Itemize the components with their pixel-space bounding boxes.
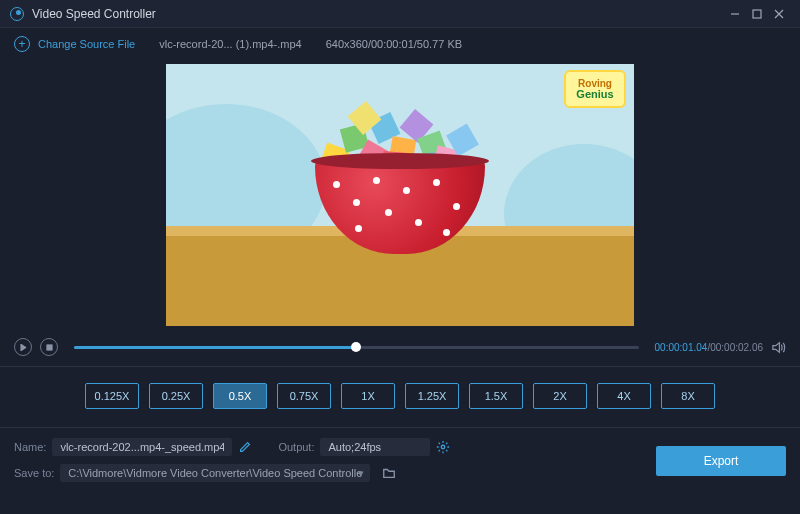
gear-icon[interactable] xyxy=(436,440,450,454)
time-current: 00:00:01.04 xyxy=(655,342,708,353)
export-button[interactable]: Export xyxy=(656,446,786,476)
source-file-name: vlc-record-20... (1).mp4-.mp4 xyxy=(159,38,301,50)
speed-option-1X[interactable]: 1X xyxy=(341,383,395,409)
speed-option-0_75X[interactable]: 0.75X xyxy=(277,383,331,409)
titlebar: Video Speed Controller xyxy=(0,0,800,28)
play-button[interactable] xyxy=(14,338,32,356)
speed-option-0_5X[interactable]: 0.5X xyxy=(213,383,267,409)
preview-area: Roving Genius xyxy=(0,60,800,332)
time-display: 00:00:01.04/00:00:02.06 xyxy=(655,342,763,353)
maximize-button[interactable] xyxy=(746,3,768,25)
speed-option-4X[interactable]: 4X xyxy=(597,383,651,409)
toolbar: + Change Source File vlc-record-20... (1… xyxy=(0,28,800,60)
logo-line2: Genius xyxy=(576,89,613,100)
svg-point-2 xyxy=(442,445,446,449)
speed-option-8X[interactable]: 8X xyxy=(661,383,715,409)
playback-controls: 00:00:01.04/00:00:02.06 xyxy=(0,332,800,362)
seek-fill xyxy=(74,346,356,349)
change-source-label: Change Source File xyxy=(38,38,135,50)
save-to-label: Save to: xyxy=(14,467,54,479)
change-source-button[interactable]: + Change Source File xyxy=(14,36,135,52)
output-format-select[interactable] xyxy=(320,438,430,456)
minimize-button[interactable] xyxy=(724,3,746,25)
output-name-input[interactable] xyxy=(52,438,232,456)
volume-icon[interactable] xyxy=(771,340,786,355)
name-label: Name: xyxy=(14,441,46,453)
window-title: Video Speed Controller xyxy=(32,7,724,21)
speed-option-1_25X[interactable]: 1.25X xyxy=(405,383,459,409)
time-total: 00:00:02.06 xyxy=(710,342,763,353)
video-preview[interactable]: Roving Genius xyxy=(166,64,634,326)
stop-button[interactable] xyxy=(40,338,58,356)
edit-icon[interactable] xyxy=(238,440,252,454)
logo-line1: Roving xyxy=(578,79,612,89)
speed-option-1_5X[interactable]: 1.5X xyxy=(469,383,523,409)
speed-option-0_125X[interactable]: 0.125X xyxy=(85,383,139,409)
speed-option-2X[interactable]: 2X xyxy=(533,383,587,409)
output-label: Output: xyxy=(278,441,314,453)
source-file-meta: 640x360/00:00:01/50.77 KB xyxy=(326,38,462,50)
svg-rect-1 xyxy=(46,344,51,349)
speed-options: 0.125X0.25X0.5X0.75X1X1.25X1.5X2X4X8X xyxy=(0,366,800,428)
seek-thumb[interactable] xyxy=(351,342,361,352)
save-path-input[interactable] xyxy=(60,464,370,482)
video-watermark: Roving Genius xyxy=(564,70,626,108)
bottom-panel: Name: Output: Export Save to: ▾ xyxy=(0,428,800,486)
svg-rect-0 xyxy=(753,10,761,18)
close-button[interactable] xyxy=(768,3,790,25)
plus-icon: + xyxy=(14,36,30,52)
folder-icon[interactable] xyxy=(382,466,396,480)
seek-slider[interactable] xyxy=(74,346,639,349)
speed-option-0_25X[interactable]: 0.25X xyxy=(149,383,203,409)
app-icon xyxy=(10,7,24,21)
